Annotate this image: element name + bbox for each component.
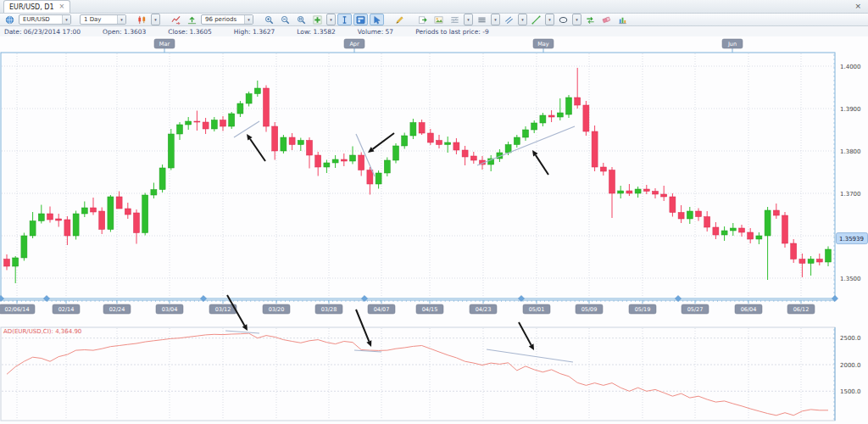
trendline-tool[interactable] bbox=[529, 14, 543, 25]
candle-down bbox=[47, 214, 53, 220]
periods-select-value: 96 periods bbox=[202, 16, 244, 23]
save-image-icon[interactable] bbox=[431, 14, 446, 25]
date-badge-label: 06/04 bbox=[741, 306, 757, 313]
candle-down bbox=[91, 208, 97, 212]
candle-down bbox=[643, 189, 649, 192]
chart-canvas[interactable]: MarAprMayJun02/06/1402/1402/2403/0403/12… bbox=[0, 36, 868, 424]
ad-indicator-line bbox=[7, 333, 828, 416]
indicator-frame bbox=[1, 327, 835, 421]
candle-up bbox=[13, 258, 19, 266]
annotation-arrow-shaft[interactable] bbox=[373, 133, 394, 149]
zoom-out-icon[interactable] bbox=[278, 14, 292, 25]
indicator-axis-label: 2000.0 bbox=[840, 362, 861, 369]
candle-down bbox=[315, 155, 321, 167]
eraser-tool[interactable] bbox=[599, 14, 614, 25]
candle-down bbox=[670, 197, 676, 213]
candle-down bbox=[307, 141, 313, 156]
annotation-trendline[interactable] bbox=[487, 349, 573, 362]
indicator-panel-icon[interactable] bbox=[615, 14, 630, 25]
candle-up bbox=[229, 114, 235, 126]
month-badge-label: Apr bbox=[349, 41, 359, 47]
overlay-indicator-icon[interactable] bbox=[185, 14, 199, 25]
candle-down bbox=[194, 121, 200, 122]
fibonacci-tool[interactable] bbox=[448, 14, 462, 25]
price-axis-label: 1.4000 bbox=[840, 64, 861, 70]
candle-up bbox=[618, 191, 624, 193]
periods-select[interactable]: 96 periods▾ bbox=[201, 14, 253, 25]
zoom-area-icon[interactable] bbox=[294, 14, 309, 25]
channel-tool[interactable] bbox=[502, 14, 516, 25]
candle-up bbox=[687, 211, 693, 219]
month-badge-label: Mar bbox=[159, 41, 170, 47]
candle-down bbox=[653, 192, 659, 195]
candle-up bbox=[765, 210, 771, 236]
ad-indicator-label: AD(EUR/USD,CI): 4,364.90 bbox=[3, 328, 81, 335]
export-chart-icon[interactable] bbox=[415, 14, 430, 25]
candle-down bbox=[600, 167, 606, 171]
date-badge-label: 02/14 bbox=[58, 306, 75, 313]
panels-tool[interactable] bbox=[353, 14, 368, 25]
main-chart-frame bbox=[1, 53, 835, 298]
tab-eurusd-d1[interactable]: EUR/USD, D1 × bbox=[3, 0, 70, 13]
annotation-arrow-shaft[interactable] bbox=[519, 322, 531, 345]
candle-down bbox=[427, 133, 433, 142]
annotation-arrow-shaft[interactable] bbox=[250, 139, 265, 161]
date-badge-label: 04/15 bbox=[422, 306, 438, 313]
candle-up bbox=[30, 221, 36, 237]
candle-up bbox=[393, 146, 399, 160]
chart-type-select-dropdown-icon[interactable]: ▾ bbox=[151, 14, 160, 25]
annotation-arrow-shaft[interactable] bbox=[536, 155, 548, 175]
timeframe-select-dropdown-icon[interactable]: ▾ bbox=[117, 15, 125, 24]
date-badge-label: 02/06/14 bbox=[4, 306, 29, 313]
symbol-globe-icon[interactable] bbox=[3, 14, 17, 25]
candle-down bbox=[203, 122, 209, 129]
candle-down bbox=[64, 220, 70, 236]
symbol-select[interactable]: EUR/USD▾ bbox=[19, 14, 71, 25]
candle-down bbox=[272, 126, 278, 151]
annotation-trendline[interactable] bbox=[225, 331, 259, 333]
candle-up bbox=[21, 236, 27, 258]
new-chart-button-dropdown-icon[interactable]: ▾ bbox=[326, 14, 336, 25]
month-badge-label: May bbox=[537, 41, 549, 47]
candle-up bbox=[177, 125, 183, 134]
horizontal-lines-tool-dropdown-icon[interactable]: ▾ bbox=[491, 14, 500, 25]
candle-down bbox=[696, 211, 702, 217]
candle-down bbox=[359, 155, 364, 170]
ellipse-tool[interactable] bbox=[556, 14, 570, 25]
candle-down bbox=[134, 213, 140, 233]
candle-up bbox=[324, 163, 330, 167]
annotation-arrow-shaft[interactable] bbox=[356, 310, 369, 342]
zoom-in-icon[interactable] bbox=[262, 14, 276, 25]
candle-down bbox=[739, 228, 745, 232]
add-indicator-icon[interactable] bbox=[169, 14, 183, 25]
new-chart-button[interactable] bbox=[310, 14, 325, 25]
ellipse-tool-dropdown-icon[interactable]: ▾ bbox=[572, 14, 581, 25]
horizontal-lines-tool[interactable] bbox=[475, 14, 489, 25]
symbol-select-dropdown-icon[interactable]: ▾ bbox=[62, 15, 70, 24]
price-axis-label: 1.3700 bbox=[840, 191, 861, 198]
pointer-tool[interactable] bbox=[370, 14, 384, 25]
chart-area[interactable]: MarAprMayJun02/06/1402/1402/2403/0403/12… bbox=[0, 36, 868, 424]
channel-tool-dropdown-icon[interactable]: ▾ bbox=[518, 14, 527, 25]
periods-select-dropdown-icon[interactable]: ▾ bbox=[244, 15, 253, 24]
crosshair-tool[interactable] bbox=[337, 14, 352, 25]
draw-pencil-tool[interactable] bbox=[392, 14, 407, 25]
window-close-icon[interactable]: × bbox=[854, 3, 861, 10]
candle-up bbox=[557, 113, 563, 117]
candle-down bbox=[289, 137, 295, 145]
candle-up bbox=[81, 208, 87, 214]
candle-up bbox=[531, 123, 537, 130]
timeframe-select[interactable]: 1 Day▾ bbox=[80, 14, 126, 25]
trendline-tool-dropdown-icon[interactable]: ▾ bbox=[545, 14, 554, 25]
candle-down bbox=[367, 170, 373, 185]
tab-close-icon[interactable]: × bbox=[59, 3, 65, 10]
candle-up bbox=[350, 155, 356, 161]
price-axis-label: 1.3800 bbox=[840, 148, 861, 155]
compare-symbols-icon[interactable] bbox=[583, 14, 598, 25]
candle-down bbox=[116, 197, 122, 209]
fibonacci-tool-dropdown-icon[interactable]: ▾ bbox=[464, 14, 473, 25]
candle-up bbox=[730, 228, 736, 231]
chart-type-select[interactable] bbox=[135, 14, 149, 25]
candle-up bbox=[298, 141, 303, 145]
annotation-trendline[interactable] bbox=[234, 121, 259, 137]
